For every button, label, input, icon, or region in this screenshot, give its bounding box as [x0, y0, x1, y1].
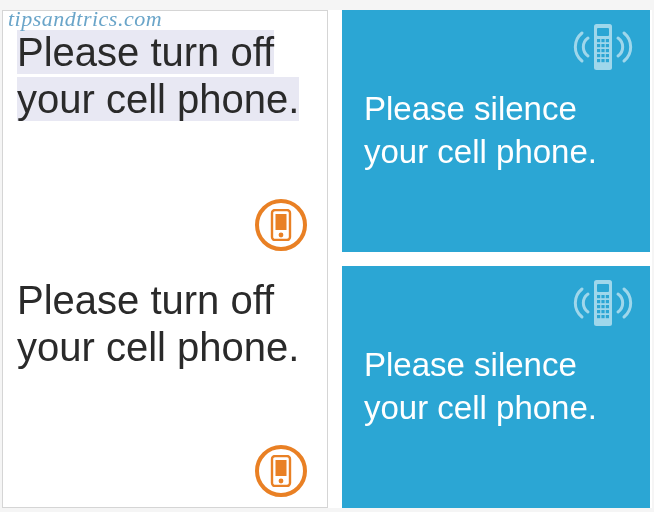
left-column: Please turn off your cell phone. Please …	[2, 10, 328, 508]
svg-rect-38	[601, 315, 604, 318]
selected-text: Please turn off your cell phone.	[17, 30, 299, 121]
svg-rect-36	[606, 310, 609, 313]
svg-rect-31	[597, 305, 600, 308]
svg-rect-21	[601, 59, 604, 62]
svg-rect-4	[276, 460, 287, 476]
phone-icon	[255, 199, 307, 251]
slides-container: Please turn off your cell phone. Please …	[2, 10, 652, 508]
slide-text: Please turn off your cell phone.	[17, 277, 309, 371]
svg-rect-33	[606, 305, 609, 308]
svg-rect-15	[601, 49, 604, 52]
svg-rect-17	[597, 54, 600, 57]
svg-rect-18	[601, 54, 604, 57]
svg-rect-32	[601, 305, 604, 308]
slide-silence-1: Please silence your cell phone.	[342, 10, 650, 252]
svg-rect-10	[606, 39, 609, 42]
svg-rect-37	[597, 315, 600, 318]
phone-icon	[255, 445, 307, 497]
column-gap	[328, 10, 342, 508]
svg-rect-7	[597, 28, 609, 36]
svg-rect-35	[601, 310, 604, 313]
slide-turn-off-1: Please turn off your cell phone.	[3, 11, 327, 259]
svg-rect-29	[601, 300, 604, 303]
svg-rect-39	[606, 315, 609, 318]
svg-rect-26	[601, 295, 604, 298]
svg-rect-14	[597, 49, 600, 52]
svg-rect-20	[597, 59, 600, 62]
svg-rect-24	[597, 284, 609, 292]
svg-rect-12	[601, 44, 604, 47]
svg-rect-1	[276, 214, 287, 230]
svg-rect-9	[601, 39, 604, 42]
svg-point-2	[279, 233, 284, 238]
right-column: Please silence your cell phone.	[342, 10, 650, 508]
svg-rect-16	[606, 49, 609, 52]
svg-rect-27	[606, 295, 609, 298]
svg-rect-34	[597, 310, 600, 313]
svg-rect-11	[597, 44, 600, 47]
svg-point-5	[279, 479, 284, 484]
slide-silence-2: Please silence your cell phone.	[342, 266, 650, 508]
slide-text: Please silence your cell phone.	[364, 344, 628, 430]
phone-ringing-icon	[566, 274, 640, 332]
phone-ringing-icon	[566, 18, 640, 76]
svg-rect-8	[597, 39, 600, 42]
svg-rect-25	[597, 295, 600, 298]
svg-rect-28	[597, 300, 600, 303]
slide-text: Please turn off your cell phone.	[17, 29, 309, 123]
slide-turn-off-2: Please turn off your cell phone.	[3, 259, 327, 507]
svg-rect-30	[606, 300, 609, 303]
svg-rect-13	[606, 44, 609, 47]
slide-text: Please silence your cell phone.	[364, 88, 628, 174]
svg-rect-22	[606, 59, 609, 62]
svg-rect-19	[606, 54, 609, 57]
